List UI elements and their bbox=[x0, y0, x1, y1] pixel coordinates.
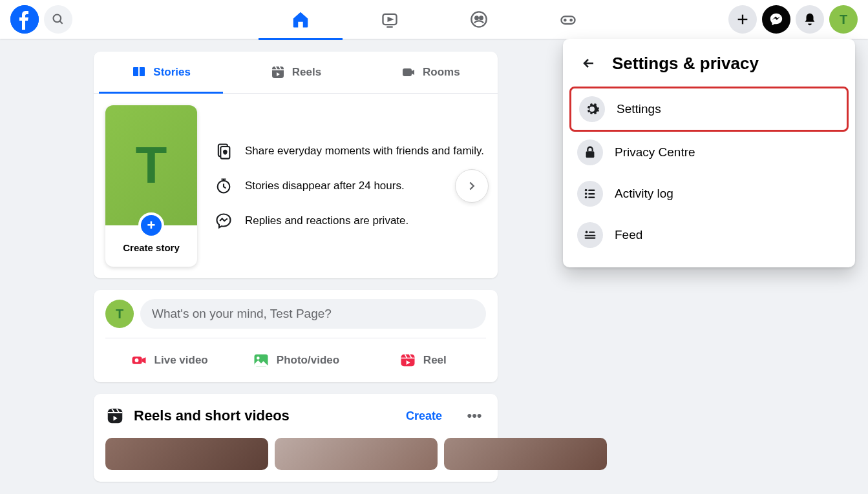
nav-tab-watch[interactable] bbox=[348, 1, 432, 37]
svg-point-10 bbox=[570, 19, 571, 21]
story-info-row: Replies and reactions are private. bbox=[214, 211, 486, 231]
composer-top: T What's on your mind, Test Page? bbox=[94, 290, 498, 338]
live-icon bbox=[130, 351, 148, 369]
chevron-right-icon bbox=[465, 179, 479, 193]
reel-button[interactable]: Reel bbox=[359, 345, 486, 376]
svg-rect-30 bbox=[588, 197, 595, 198]
dots-icon: ••• bbox=[467, 407, 482, 424]
info-text: Stories disappear after 24 hours. bbox=[245, 180, 405, 192]
messenger-outline-icon bbox=[214, 211, 233, 231]
svg-line-2 bbox=[60, 21, 63, 24]
list-icon bbox=[577, 181, 603, 207]
reel-thumbnail[interactable] bbox=[444, 438, 607, 470]
reel-thumbnail[interactable] bbox=[105, 438, 268, 470]
info-text: Share everyday moments with friends and … bbox=[245, 145, 484, 158]
photo-video-button[interactable]: Photo/video bbox=[232, 345, 359, 376]
create-story-card[interactable]: T + Create story bbox=[105, 105, 197, 267]
top-nav: T bbox=[0, 0, 868, 39]
composer-input[interactable]: What's on your mind, Test Page? bbox=[140, 299, 486, 329]
svg-point-26 bbox=[585, 192, 587, 195]
story-info-row: Share everyday moments with friends and … bbox=[214, 141, 486, 161]
dropdown-label: Activity log bbox=[615, 187, 673, 201]
plus-icon: + bbox=[138, 212, 164, 238]
settings-privacy-dropdown: Settings & privacy Settings Privacy Cent… bbox=[563, 39, 855, 267]
dropdown-label: Feed bbox=[615, 228, 642, 242]
messenger-icon bbox=[769, 12, 783, 26]
notifications-button[interactable] bbox=[796, 5, 824, 34]
svg-point-7 bbox=[480, 16, 483, 19]
live-video-button[interactable]: Live video bbox=[105, 345, 232, 376]
lock-icon bbox=[577, 139, 603, 165]
avatar-initial: T bbox=[136, 136, 167, 195]
account-avatar[interactable]: T bbox=[829, 5, 858, 34]
nav-tab-groups[interactable] bbox=[437, 1, 521, 37]
feed-icon bbox=[577, 222, 603, 248]
nav-center-tabs bbox=[259, 1, 610, 37]
messenger-button[interactable] bbox=[762, 5, 790, 34]
reels-create-link[interactable]: Create bbox=[406, 409, 442, 423]
gear-icon bbox=[579, 96, 605, 122]
svg-point-19 bbox=[134, 358, 138, 362]
gaming-icon bbox=[559, 10, 577, 28]
arrow-left-icon bbox=[581, 56, 597, 71]
action-label: Photo/video bbox=[277, 354, 339, 367]
reel-icon bbox=[399, 351, 417, 369]
tab-rooms[interactable]: Rooms bbox=[363, 52, 498, 93]
stories-card: Stories Reels Rooms T + Create story bbox=[94, 52, 498, 278]
composer-card: T What's on your mind, Test Page? Live v… bbox=[94, 290, 498, 382]
tab-stories[interactable]: Stories bbox=[94, 52, 228, 93]
tab-label: Rooms bbox=[423, 66, 460, 79]
svg-rect-8 bbox=[561, 16, 575, 24]
tab-reels[interactable]: Reels bbox=[228, 52, 363, 93]
action-label: Live video bbox=[154, 354, 208, 367]
svg-rect-24 bbox=[586, 151, 595, 158]
svg-rect-28 bbox=[588, 190, 595, 191]
svg-point-6 bbox=[475, 16, 478, 19]
reel-thumbnail[interactable] bbox=[275, 438, 438, 470]
svg-point-25 bbox=[585, 189, 587, 192]
tab-label: Stories bbox=[153, 66, 191, 79]
svg-point-21 bbox=[257, 356, 260, 360]
watch-icon bbox=[381, 10, 399, 28]
nav-left bbox=[10, 5, 72, 34]
dropdown-item-settings[interactable]: Settings bbox=[569, 87, 849, 132]
svg-point-27 bbox=[585, 196, 587, 199]
dropdown-item-privacy-centre[interactable]: Privacy Centre bbox=[569, 132, 849, 173]
svg-rect-13 bbox=[272, 67, 284, 78]
create-button[interactable] bbox=[728, 5, 757, 34]
reels-title: Reels and short videos bbox=[134, 407, 397, 424]
story-info-list: Share everyday moments with friends and … bbox=[214, 141, 486, 231]
action-label: Reel bbox=[423, 354, 447, 367]
dropdown-title: Settings & privacy bbox=[612, 54, 759, 74]
tab-label: Reels bbox=[292, 66, 321, 79]
dropdown-header: Settings & privacy bbox=[569, 46, 849, 87]
svg-rect-29 bbox=[588, 193, 595, 194]
composer-avatar[interactable]: T bbox=[105, 300, 134, 328]
dropdown-item-activity-log[interactable]: Activity log bbox=[569, 173, 849, 214]
book-icon bbox=[131, 65, 147, 80]
dropdown-label: Settings bbox=[617, 102, 661, 116]
svg-rect-32 bbox=[589, 232, 595, 233]
composer-actions: Live video Photo/video Reel bbox=[94, 338, 498, 382]
clock-icon bbox=[214, 176, 233, 196]
cards-icon bbox=[214, 141, 233, 161]
svg-point-1 bbox=[54, 15, 61, 23]
svg-rect-22 bbox=[401, 355, 414, 367]
nav-tab-home[interactable] bbox=[259, 1, 343, 37]
create-story-label: Create story bbox=[105, 242, 197, 253]
reels-more-button[interactable]: ••• bbox=[463, 404, 486, 427]
stories-body: T + Create story Share everyday moments … bbox=[94, 94, 498, 278]
dropdown-item-feed[interactable]: Feed bbox=[569, 214, 849, 256]
reels-thumbnails bbox=[94, 438, 498, 482]
back-button[interactable] bbox=[577, 52, 600, 75]
stories-tabs: Stories Reels Rooms bbox=[94, 52, 498, 94]
facebook-logo[interactable] bbox=[10, 5, 39, 34]
reels-card: Reels and short videos Create ••• bbox=[94, 394, 498, 482]
plus-icon bbox=[736, 12, 750, 26]
dropdown-label: Privacy Centre bbox=[615, 145, 695, 160]
search-button[interactable] bbox=[44, 5, 72, 34]
nav-tab-gaming[interactable] bbox=[526, 1, 610, 37]
home-icon bbox=[291, 10, 310, 29]
svg-point-31 bbox=[586, 231, 588, 234]
stories-next-button[interactable] bbox=[455, 169, 489, 203]
